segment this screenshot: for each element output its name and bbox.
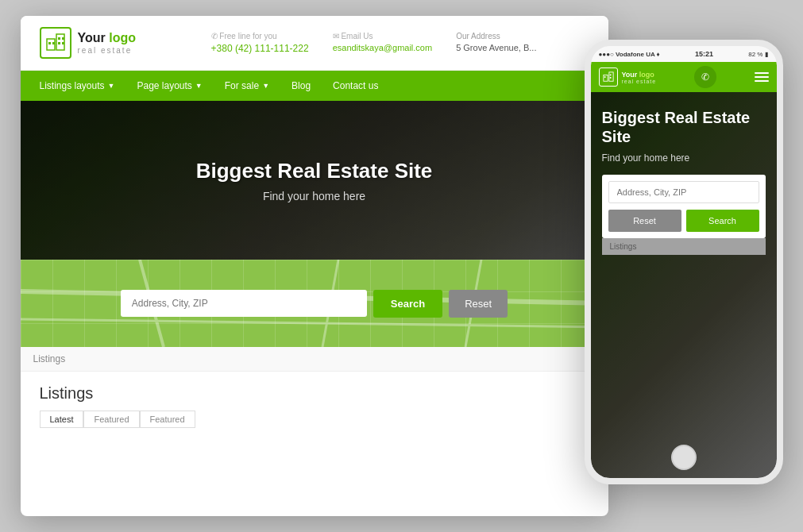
phone-search-button[interactable]: Search bbox=[686, 210, 759, 232]
logo-icon bbox=[40, 27, 71, 59]
listings-title: Listings bbox=[40, 384, 589, 403]
phone-home-button[interactable] bbox=[671, 445, 697, 470]
phone-button-row: Reset Search bbox=[608, 210, 759, 232]
nav-listings-layouts[interactable]: Listings layouts ▼ bbox=[29, 71, 126, 101]
phone-battery: 82 % bbox=[748, 51, 762, 58]
tab-featured-2[interactable]: Featured bbox=[140, 411, 195, 428]
battery-icon: ▮ bbox=[765, 51, 768, 58]
menu-line-2 bbox=[755, 76, 769, 78]
tab-latest[interactable]: Latest bbox=[40, 411, 84, 428]
phone-search-area: Reset Search bbox=[602, 175, 766, 238]
svg-line-9 bbox=[21, 319, 608, 327]
contact-phone: ✆ Free line for you +380 (42) 111-111-22… bbox=[211, 31, 309, 56]
hero-content: Biggest Real Estate Site Find your home … bbox=[196, 159, 433, 202]
phone-time: 15:21 bbox=[695, 50, 713, 58]
phone-screen: ●●●○ Vodafone UA ♦ 15:21 82 % ▮ bbox=[591, 46, 777, 478]
tagline: real estate bbox=[78, 46, 136, 56]
address-search-input[interactable] bbox=[121, 290, 367, 317]
nav-for-sale[interactable]: For sale ▼ bbox=[214, 71, 280, 101]
listings-section: Listings Latest Featured Featured bbox=[21, 372, 608, 441]
svg-rect-7 bbox=[62, 42, 64, 44]
mobile-phone: ●●●○ Vodafone UA ♦ 15:21 82 % ▮ bbox=[585, 40, 783, 484]
listings-tabs: Latest Featured Featured bbox=[40, 411, 589, 428]
brand-colored: logo bbox=[109, 31, 136, 44]
mobile-menu-button[interactable] bbox=[755, 72, 769, 82]
search-input-wrapper bbox=[121, 290, 367, 317]
phone-carrier: ●●●○ Vodafone UA ♦ bbox=[599, 51, 660, 58]
hero-subtitle: Find your home here bbox=[196, 190, 433, 202]
svg-rect-6 bbox=[58, 42, 60, 44]
phone-logo-icon bbox=[599, 67, 618, 87]
phone-logo-area: Your logo real estate bbox=[599, 67, 657, 87]
nav-blog[interactable]: Blog bbox=[280, 71, 322, 101]
svg-rect-5 bbox=[62, 37, 64, 40]
svg-rect-4 bbox=[58, 37, 60, 40]
logo-area: Your logo real estate bbox=[40, 27, 143, 59]
phone-hero: Biggest Real Estate Site Find your home … bbox=[591, 92, 777, 478]
logo-text: Your logo real estate bbox=[78, 30, 136, 55]
contact-group: ✆ Free line for you +380 (42) 111-111-22… bbox=[159, 31, 589, 56]
chevron-down-icon: ▼ bbox=[195, 82, 203, 90]
reset-button[interactable]: Reset bbox=[449, 290, 508, 318]
site-nav: Listings layouts ▼ Page layouts ▼ For sa… bbox=[21, 71, 608, 101]
site-header: Your logo real estate ✆ Free line for yo… bbox=[21, 16, 608, 71]
hero-title: Biggest Real Estate Site bbox=[196, 159, 433, 183]
phone-call-button[interactable]: ✆ bbox=[694, 66, 716, 88]
map-search-section: Search Reset bbox=[21, 260, 608, 347]
svg-rect-15 bbox=[604, 76, 605, 78]
phone-nav: Your logo real estate ✆ bbox=[591, 62, 777, 92]
contact-address: Our Address 5 Grove Avenue, B... bbox=[456, 31, 536, 56]
brand-name: Your logo bbox=[78, 30, 136, 45]
menu-line-1 bbox=[755, 72, 769, 74]
phone-address-input[interactable] bbox=[608, 181, 759, 203]
search-bar: Search Reset bbox=[121, 290, 508, 318]
svg-rect-16 bbox=[609, 75, 611, 76]
phone-hero-content: Biggest Real Estate Site Find your home … bbox=[602, 108, 766, 238]
hero-section: Biggest Real Estate Site Find your home … bbox=[21, 101, 608, 260]
nav-page-layouts[interactable]: Page layouts ▼ bbox=[125, 71, 213, 101]
svg-rect-2 bbox=[48, 42, 51, 44]
contact-email: ✉ Email Us esanditskaya@gmail.com bbox=[333, 31, 433, 56]
svg-rect-13 bbox=[603, 75, 607, 81]
menu-line-3 bbox=[755, 80, 769, 82]
chevron-down-icon: ▼ bbox=[108, 82, 115, 90]
phone-logo-text: Your logo real estate bbox=[622, 71, 657, 84]
svg-rect-17 bbox=[609, 77, 611, 79]
listings-nav-label: Listings bbox=[21, 347, 608, 372]
nav-contact-us[interactable]: Contact us bbox=[322, 71, 389, 101]
phone-hero-subtitle: Find your home here bbox=[602, 152, 766, 164]
scene: Your logo real estate ✆ Free line for yo… bbox=[21, 16, 783, 516]
phone-hero-title: Biggest Real Estate Site bbox=[602, 108, 766, 146]
chevron-down-icon: ▼ bbox=[262, 82, 269, 90]
tab-featured[interactable]: Featured bbox=[83, 411, 139, 428]
svg-rect-3 bbox=[52, 42, 55, 44]
desktop-browser: Your logo real estate ✆ Free line for yo… bbox=[21, 16, 608, 516]
phone-status-bar: ●●●○ Vodafone UA ♦ 15:21 82 % ▮ bbox=[591, 46, 777, 62]
phone-reset-button[interactable]: Reset bbox=[608, 210, 681, 232]
svg-rect-14 bbox=[608, 72, 612, 81]
search-button[interactable]: Search bbox=[373, 290, 442, 318]
